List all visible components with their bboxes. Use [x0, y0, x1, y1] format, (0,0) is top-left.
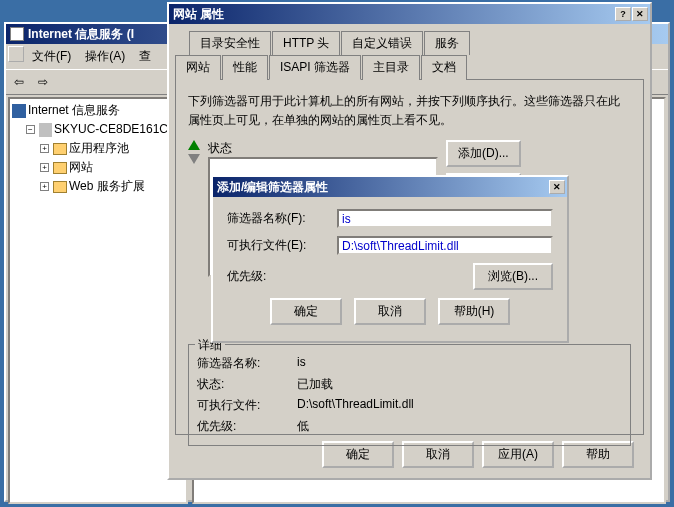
menu-file[interactable]: 文件(F) — [26, 46, 77, 67]
tree-panel[interactable]: Internet 信息服务 − SKYUC-CE8DE161C(本 + 应用程序… — [8, 97, 188, 504]
detail-exe-value: D:\soft\ThreadLimit.dll — [297, 397, 414, 414]
sys-icon[interactable] — [8, 46, 24, 62]
executable-input[interactable] — [337, 236, 553, 255]
ok-button[interactable]: 确定 — [270, 298, 342, 325]
tab-website[interactable]: 网站 — [175, 55, 221, 80]
expand-icon[interactable]: + — [40, 144, 49, 153]
folder-icon — [53, 162, 67, 174]
props-title: 网站 属性 — [173, 6, 615, 23]
tree-root-label: Internet 信息服务 — [28, 102, 120, 119]
folder-icon — [53, 181, 67, 193]
col-status: 状态 — [208, 140, 248, 157]
tab-http-headers[interactable]: HTTP 头 — [272, 31, 340, 55]
close-button[interactable]: ✕ — [632, 7, 648, 21]
globe-icon — [12, 104, 26, 118]
tab-performance[interactable]: 性能 — [222, 55, 268, 80]
description-text: 下列筛选器可用于此计算机上的所有网站，并按下列顺序执行。这些筛选器只在此属性页上… — [188, 92, 631, 130]
tab-dir-security[interactable]: 目录安全性 — [189, 31, 271, 55]
detail-filtername-label: 筛选器名称: — [197, 355, 297, 372]
details-fieldset: 详细 筛选器名称:is 状态:已加载 可执行文件:D:\soft\ThreadL… — [188, 344, 631, 446]
detail-filtername-value: is — [297, 355, 306, 372]
tree-server[interactable]: − SKYUC-CE8DE161C(本 — [12, 120, 184, 139]
add-edit-filter-dialog: 添加/编辑筛选器属性 ✕ 筛选器名称(F): 可执行文件(E): 优先级: 浏览… — [211, 175, 569, 343]
tree-item-label: 应用程序池 — [69, 140, 129, 157]
app-icon — [10, 27, 24, 41]
folder-icon — [53, 143, 67, 155]
collapse-icon[interactable]: − — [26, 125, 35, 134]
browse-button[interactable]: 浏览(B)... — [473, 263, 553, 290]
detail-status-value: 已加载 — [297, 376, 333, 393]
tab-documents[interactable]: 文档 — [421, 55, 467, 80]
move-down-arrow[interactable] — [188, 154, 200, 164]
detail-priority-label: 优先级: — [197, 418, 297, 435]
tree-item-label: Web 服务扩展 — [69, 178, 145, 195]
detail-status-label: 状态: — [197, 376, 297, 393]
detail-priority-value: 低 — [297, 418, 309, 435]
tree-item-label: 网站 — [69, 159, 93, 176]
tree-server-label: SKYUC-CE8DE161C(本 — [54, 121, 184, 138]
reorder-controls — [188, 140, 200, 164]
detail-exe-label: 可执行文件: — [197, 397, 297, 414]
tree-item-apppool[interactable]: + 应用程序池 — [12, 139, 184, 158]
expand-icon[interactable]: + — [40, 182, 49, 191]
tree-item-websites[interactable]: + 网站 — [12, 158, 184, 177]
forward-button[interactable]: ⇨ — [32, 72, 54, 92]
menu-action[interactable]: 操作(A) — [79, 46, 131, 67]
tab-isapi-filters[interactable]: ISAPI 筛选器 — [269, 55, 361, 80]
executable-label: 可执行文件(E): — [227, 237, 337, 254]
filter-name-input[interactable] — [337, 209, 553, 228]
close-button[interactable]: ✕ — [549, 180, 565, 194]
tree-root[interactable]: Internet 信息服务 — [12, 101, 184, 120]
tree-item-webext[interactable]: + Web 服务扩展 — [12, 177, 184, 196]
server-icon — [39, 123, 52, 137]
tab-custom-errors[interactable]: 自定义错误 — [341, 31, 423, 55]
cancel-button[interactable]: 取消 — [354, 298, 426, 325]
help-button[interactable]: 帮助(H) — [438, 298, 510, 325]
expand-icon[interactable]: + — [40, 163, 49, 172]
tab-home-dir[interactable]: 主目录 — [362, 55, 420, 80]
tab-service[interactable]: 服务 — [424, 31, 470, 55]
menu-view[interactable]: 查 — [133, 46, 157, 67]
back-button[interactable]: ⇦ — [8, 72, 30, 92]
move-up-arrow[interactable] — [188, 140, 200, 150]
add-button[interactable]: 添加(D)... — [446, 140, 521, 167]
addedit-titlebar: 添加/编辑筛选器属性 ✕ — [213, 177, 567, 197]
props-titlebar: 网站 属性 ? ✕ — [169, 4, 650, 24]
help-button[interactable]: ? — [615, 7, 631, 21]
filter-name-label: 筛选器名称(F): — [227, 210, 337, 227]
addedit-title: 添加/编辑筛选器属性 — [217, 179, 549, 196]
priority-label: 优先级: — [227, 268, 337, 285]
